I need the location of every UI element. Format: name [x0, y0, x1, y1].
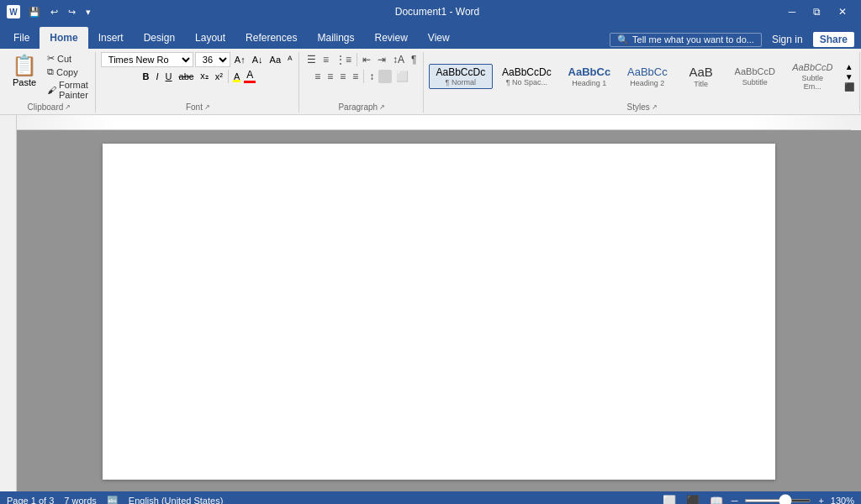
bold-button[interactable]: B: [140, 71, 152, 82]
sort-button[interactable]: ↕A: [390, 52, 407, 67]
increase-font-button[interactable]: A↑: [232, 54, 248, 66]
format-painter-button[interactable]: 🖌 Format Painter: [44, 79, 92, 101]
horizontal-ruler: [17, 115, 851, 130]
align-center-button[interactable]: ≡: [325, 69, 335, 84]
style-normal-preview: AaBbCcDc: [436, 66, 485, 78]
paragraph-expand-icon[interactable]: ↗: [379, 103, 385, 111]
title-bar: W 💾 ↩ ↪ ▾ Document1 - Word ─ ⧉ ✕: [0, 0, 861, 24]
tab-home[interactable]: Home: [40, 27, 87, 49]
styles-expand-icon[interactable]: ↗: [652, 103, 658, 111]
cut-button[interactable]: ✂ Cut: [44, 52, 92, 65]
multilevel-list-button[interactable]: ⋮≡: [333, 52, 354, 67]
style-heading1[interactable]: AaBbCc Heading 1: [561, 63, 618, 90]
read-mode-button[interactable]: 📖: [708, 495, 725, 505]
text-highlight-button[interactable]: A: [231, 71, 242, 82]
close-button[interactable]: ✕: [831, 0, 854, 24]
align-left-button[interactable]: ≡: [312, 69, 323, 84]
print-layout-button[interactable]: ⬜: [661, 495, 678, 505]
font-name-select[interactable]: Times New Ro: [101, 52, 193, 67]
web-layout-button[interactable]: ⬛: [684, 495, 701, 505]
shading-button[interactable]: [378, 70, 392, 83]
separator3: [363, 70, 364, 83]
tab-mailings[interactable]: Mailings: [307, 27, 364, 49]
tab-layout[interactable]: Layout: [185, 27, 235, 49]
save-button[interactable]: 💾: [25, 5, 44, 19]
share-button[interactable]: Share: [813, 32, 854, 47]
customize-qa-button[interactable]: ▾: [82, 5, 94, 19]
font-row-1: Times New Ro 36 A↑ A↓ Aa ᴬ: [101, 52, 295, 67]
style-heading2-label: Heading 2: [630, 79, 664, 87]
show-hide-button[interactable]: ¶: [409, 52, 419, 67]
style-subtitle[interactable]: AaBbCcD Subtitle: [727, 64, 783, 88]
align-right-button[interactable]: ≡: [337, 69, 348, 84]
tab-insert[interactable]: Insert: [88, 27, 134, 49]
tab-references[interactable]: References: [235, 27, 307, 49]
style-normal[interactable]: AaBbCcDc ¶ Normal: [429, 64, 494, 89]
clear-format-button[interactable]: ᴬ: [285, 53, 295, 67]
redo-button[interactable]: ↪: [65, 5, 79, 19]
style-heading2[interactable]: AaBbCc Heading 2: [620, 63, 675, 90]
style-no-spacing-preview: AaBbCcDc: [502, 66, 552, 78]
style-subtitle-preview: AaBbCcD: [735, 66, 775, 77]
sign-in-button[interactable]: Sign in: [765, 32, 810, 47]
increase-indent-button[interactable]: ⇥: [375, 52, 388, 67]
zoom-minus[interactable]: ─: [732, 496, 738, 504]
format-painter-icon: 🖌: [47, 85, 56, 95]
restore-button[interactable]: ⧉: [806, 0, 829, 24]
clipboard-small-buttons: ✂ Cut ⧉ Copy 🖌 Format Painter: [44, 52, 92, 101]
line-spacing-button[interactable]: ↕: [367, 69, 377, 84]
styles-scroll-down[interactable]: ▼: [844, 72, 854, 81]
change-case-button[interactable]: Aa: [267, 54, 283, 66]
para-row-2: ≡ ≡ ≡ ≡ ↕ ⬜: [312, 69, 411, 84]
copy-button[interactable]: ⧉ Copy: [44, 66, 92, 78]
underline-button[interactable]: U: [163, 71, 175, 82]
tab-file[interactable]: File: [3, 27, 40, 49]
decrease-font-button[interactable]: A↓: [250, 54, 266, 66]
font-color-button[interactable]: A: [244, 69, 256, 83]
copy-icon: ⧉: [47, 66, 54, 77]
style-subtle-em[interactable]: AaBbCcD Subtle Em...: [784, 60, 841, 92]
borders-button[interactable]: ⬜: [394, 69, 411, 84]
clipboard-expand-icon[interactable]: ↗: [65, 103, 71, 111]
styles-more[interactable]: ⬛: [844, 82, 854, 92]
tab-review[interactable]: Review: [364, 27, 417, 49]
quick-access-toolbar: 💾 ↩ ↪ ▾: [25, 5, 94, 19]
word-count: 7 words: [64, 496, 97, 504]
tab-design[interactable]: Design: [134, 27, 185, 49]
italic-button[interactable]: I: [154, 71, 161, 82]
style-no-spacing[interactable]: AaBbCcDc ¶ No Spac...: [494, 64, 559, 89]
title-bar-left: W 💾 ↩ ↪ ▾: [7, 5, 94, 19]
style-no-spacing-label: ¶ No Spac...: [506, 78, 547, 87]
document-scroll-area[interactable]: [17, 130, 861, 491]
tell-me-input[interactable]: 🔍 Tell me what you want to do...: [610, 33, 762, 47]
undo-button[interactable]: ↩: [47, 5, 61, 19]
word-app-icon: W: [7, 5, 20, 18]
zoom-slider[interactable]: [744, 499, 811, 502]
font-expand-icon[interactable]: ↗: [204, 103, 210, 111]
font-size-select[interactable]: 36: [195, 52, 230, 67]
superscript-button[interactable]: x²: [213, 71, 225, 82]
style-normal-label: ¶ Normal: [446, 78, 476, 87]
strikethrough-button[interactable]: abc: [177, 71, 197, 82]
document-page[interactable]: [103, 144, 775, 480]
paragraph-label: Paragraph ↗: [304, 101, 420, 113]
zoom-plus[interactable]: +: [818, 496, 823, 504]
numbering-button[interactable]: ≡: [320, 52, 331, 67]
justify-button[interactable]: ≡: [350, 69, 361, 84]
styles-scroll-controls: ▲ ▼ ⬛: [843, 60, 856, 93]
bullets-button[interactable]: ☰: [304, 52, 319, 67]
doc-area: [0, 130, 861, 491]
paste-icon: 📋: [12, 54, 37, 77]
vertical-ruler: [0, 130, 17, 491]
subscript-button[interactable]: x₂: [198, 70, 211, 82]
style-title[interactable]: AaB Title: [677, 62, 726, 91]
page-info: Page 1 of 3: [7, 496, 54, 504]
window-title: Document1 - Word: [395, 6, 479, 18]
minimize-button[interactable]: ─: [780, 0, 804, 24]
separator2: [357, 53, 357, 66]
tab-view[interactable]: View: [418, 27, 460, 49]
font-group-content: Times New Ro 36 A↑ A↓ Aa ᴬ B I U abc x₂ …: [101, 52, 295, 101]
paste-button[interactable]: 📋 Paste: [7, 52, 42, 89]
decrease-indent-button[interactable]: ⇤: [360, 52, 373, 67]
styles-scroll-up[interactable]: ▲: [844, 62, 854, 71]
